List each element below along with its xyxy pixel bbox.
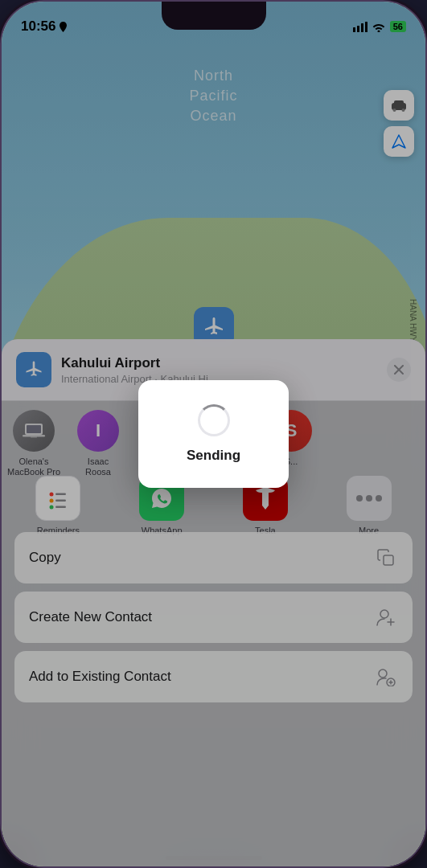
phone-frame: 10:56 56 NorthPacif: [0, 0, 427, 868]
sending-modal: Sending: [138, 380, 289, 488]
sending-overlay: Sending: [2, 2, 425, 866]
sending-spinner: [198, 404, 230, 436]
sending-text: Sending: [187, 448, 240, 464]
